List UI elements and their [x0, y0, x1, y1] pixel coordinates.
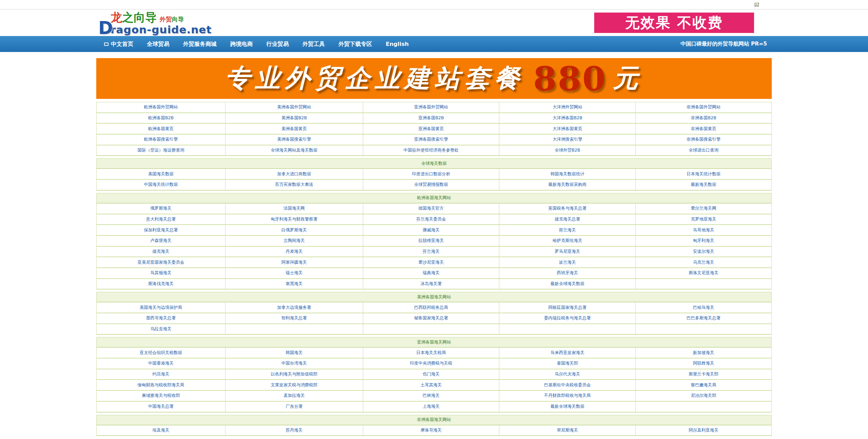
directory-link[interactable]: 德国海关官方	[418, 206, 444, 211]
directory-link[interactable]: 亚洲各国黄页	[418, 126, 444, 132]
directory-link[interactable]: 全球贸易情报数据	[414, 182, 448, 188]
directory-link[interactable]: 拉脱维亚海关	[418, 238, 444, 244]
directory-link[interactable]: 埃及海关	[152, 427, 169, 433]
directory-link[interactable]: 全球进出口查询	[689, 147, 719, 153]
directory-link[interactable]: 巴巴多斯海关总署	[687, 315, 721, 321]
directory-link[interactable]: 欧洲各国黄页	[148, 126, 173, 132]
directory-link[interactable]: 乌拉圭海关	[150, 326, 172, 332]
directory-link[interactable]: 捷克海关总署	[555, 216, 580, 222]
directory-link[interactable]: 乌克兰海关	[693, 260, 714, 265]
directory-link[interactable]: 瑞士海关	[286, 270, 303, 276]
directory-link[interactable]: 全球海关网站及海关数据	[271, 147, 318, 153]
directory-link[interactable]: 斯洛伐克海关	[148, 281, 173, 287]
directory-link[interactable]: 不丹财政部税收与海关局	[544, 393, 591, 399]
directory-link[interactable]: 亚洲各国搜索引擎	[414, 137, 448, 142]
nav-item-1[interactable]: 中文首页	[100, 38, 138, 50]
directory-link[interactable]: 委内瑞拉税务与海关总署	[544, 315, 591, 321]
directory-link[interactable]: 法国海关网	[284, 206, 305, 211]
hero-ad-banner[interactable]: 专业外贸企业建站套餐 880 元	[96, 58, 772, 99]
directory-link[interactable]: 印度进出口数据分析	[412, 171, 450, 177]
directory-link[interactable]: 立陶宛海关	[284, 238, 305, 244]
directory-link[interactable]: 欧洲各国B2B	[148, 115, 173, 121]
directory-link[interactable]: 墨西哥海关总署	[146, 315, 176, 321]
directory-link[interactable]: 亚洲各国B2B	[418, 115, 444, 121]
directory-link[interactable]: 国际（空运）海运费查询	[137, 147, 184, 153]
directory-link[interactable]: 美国海关数据	[148, 171, 173, 177]
directory-link[interactable]: 美国海关与边境保护局	[139, 305, 182, 311]
directory-link[interactable]: 缅甸财政与税收部海关局	[137, 382, 184, 388]
directory-link[interactable]: 大洋洲各国黄页	[553, 126, 583, 132]
nav-item-8[interactable]: English	[381, 39, 413, 49]
directory-link[interactable]: 马耳他海关	[693, 227, 714, 233]
directory-link[interactable]: 加拿大边境服务署	[277, 305, 311, 311]
directory-link[interactable]: 孟加拉海关	[284, 393, 305, 399]
nav-item-7[interactable]: 外贸下载专区	[334, 38, 377, 50]
directory-link[interactable]: 苏丹海关	[286, 427, 303, 433]
directory-link[interactable]: 广东分署	[286, 404, 303, 409]
nav-item-5[interactable]: 行业贸易	[262, 38, 293, 50]
directory-link[interactable]: 克罗地亚海关	[691, 216, 716, 222]
directory-link[interactable]: 最新全球海关数据	[550, 281, 584, 287]
directory-link[interactable]: 马尔代夫海关	[555, 371, 580, 377]
directory-link[interactable]: 亚美尼亚国家海关委员会	[137, 260, 184, 265]
directory-link[interactable]: 安道尔海关	[693, 249, 714, 254]
directory-link[interactable]: 英国税务与海关总署	[548, 206, 587, 211]
nav-item-3[interactable]: 外贸服务商城	[179, 38, 221, 50]
directory-link[interactable]: 全球外贸B2B	[555, 147, 580, 153]
directory-link[interactable]: 西班牙海关	[557, 270, 578, 276]
directory-link[interactable]: 马其顿海关	[150, 270, 172, 276]
directory-link[interactable]: 韩国海关数据统计	[550, 171, 584, 177]
directory-link[interactable]: 突尼斯海关	[557, 427, 578, 433]
directory-link[interactable]: 加拿大进口商数据	[277, 171, 311, 177]
directory-link[interactable]: 大洋洲外贸网站	[553, 104, 583, 110]
directory-link[interactable]: 非洲各国外贸网站	[687, 104, 721, 110]
directory-link[interactable]: 中国香港海关	[148, 361, 173, 366]
directory-link[interactable]: 欧洲各国搜索引擎	[144, 137, 178, 142]
directory-link[interactable]: 爱沙尼亚海关	[418, 260, 444, 265]
nav-item-4[interactable]: 跨境电商	[226, 38, 257, 50]
directory-link[interactable]: 以色列海关与附加值税部	[271, 371, 318, 377]
directory-link[interactable]: 百万买家数据大奉送	[275, 182, 314, 188]
pink-ad-banner[interactable]: 无效果 不收费	[594, 13, 754, 33]
directory-link[interactable]: 瑞典海关	[423, 270, 440, 276]
directory-link[interactable]: 黎巴嫩海关局	[691, 382, 716, 388]
directory-link[interactable]: 大洋洲各国B2B	[553, 115, 583, 121]
directory-link[interactable]: 中国海关总署	[148, 404, 173, 409]
directory-link[interactable]: 印度中央消费税与关税	[410, 361, 452, 366]
directory-link[interactable]: 罗马尼亚海关	[555, 249, 580, 254]
directory-link[interactable]: 冰岛海关署	[420, 281, 442, 287]
directory-link[interactable]: 非洲各国搜索引擎	[687, 137, 721, 142]
directory-link[interactable]: 塞黑海关	[286, 281, 303, 287]
directory-link[interactable]: 柬埔寨海关与税收部	[142, 393, 180, 399]
directory-link[interactable]: 美洲各国搜索引擎	[277, 137, 311, 142]
directory-link[interactable]: 欧洲各国外贸网站	[144, 104, 178, 110]
directory-link[interactable]: 马来西亚皇家海关	[550, 350, 584, 356]
directory-link[interactable]: 阿尔及利亚海关	[689, 427, 719, 433]
directory-link[interactable]: 美洲各国黄页	[281, 126, 307, 132]
directory-link[interactable]: 非洲各国黄页	[691, 126, 716, 132]
directory-link[interactable]: 泰国海关部	[557, 361, 578, 366]
nav-item-6[interactable]: 外贸工具	[298, 38, 329, 50]
directory-link[interactable]: 智利海关总署	[281, 315, 307, 321]
directory-link[interactable]: 保加利亚海关总署	[144, 227, 178, 233]
directory-link[interactable]: 最新海关数据采购商	[548, 182, 587, 188]
directory-link[interactable]: 白俄罗斯海关	[281, 227, 307, 233]
directory-link[interactable]: 波兰海关	[559, 260, 576, 265]
directory-link[interactable]: 巴林海关	[423, 393, 440, 399]
directory-link[interactable]: 丹麦海关	[286, 249, 303, 254]
directory-link[interactable]: 巴哈马海关	[693, 305, 714, 311]
nav-item-2[interactable]: 全球贸易	[143, 38, 174, 50]
directory-link[interactable]: 爱尔兰海关网	[691, 206, 716, 211]
directory-link[interactable]: 韩国海关	[286, 350, 303, 356]
directory-link[interactable]: 尼泊尔海关部	[691, 393, 716, 399]
directory-link[interactable]: 斯里兰卡海关部	[689, 371, 719, 377]
directory-link[interactable]: 约旦海关	[152, 371, 169, 377]
directory-link[interactable]: 大洋洲搜索引擎	[553, 137, 583, 142]
directory-link[interactable]: 日本海关关税局	[416, 350, 446, 356]
directory-link[interactable]: 上海海关	[423, 404, 440, 409]
directory-link[interactable]: 阿根廷国家海关总署	[548, 305, 587, 311]
directory-link[interactable]: 亚洲各国外贸网站	[414, 104, 448, 110]
directory-link[interactable]: 最新全球海关数据	[550, 404, 584, 409]
directory-link[interactable]: 秘鲁国家海关总署	[414, 315, 448, 321]
directory-link[interactable]: 斯洛文尼亚海关	[689, 270, 719, 276]
